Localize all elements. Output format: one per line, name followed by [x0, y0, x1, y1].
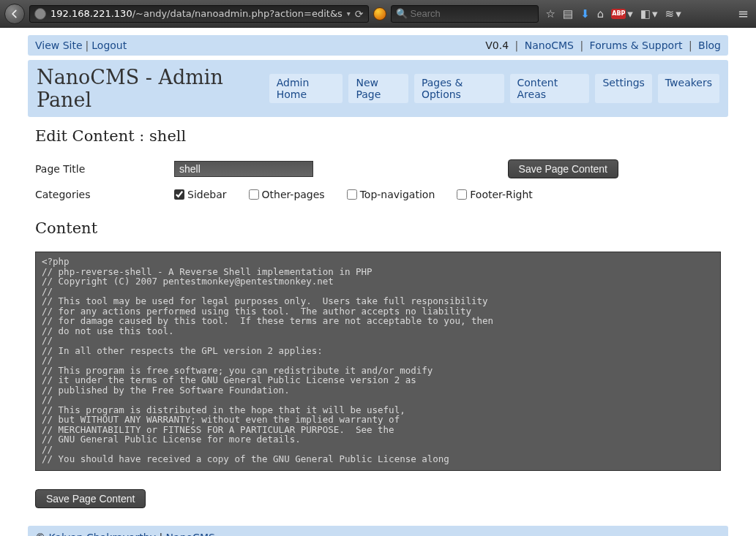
admin-nav: Admin HomeNew PagePages & OptionsContent…	[269, 74, 719, 103]
category-checkbox-other-pages[interactable]	[249, 189, 259, 200]
star-icon[interactable]: ☆	[546, 7, 555, 20]
nav-tab-content-areas[interactable]: Content Areas	[510, 74, 590, 103]
save-button-top[interactable]: Save Page Content	[508, 159, 618, 178]
author-link[interactable]: Kalyan Chakravarthy	[48, 532, 156, 536]
categories-row: Categories SidebarOther-pagesTop-navigat…	[35, 189, 721, 200]
category-label: Top-navigation	[360, 189, 435, 200]
footer: © Kalyan Chakravarthy | NanoCMS	[28, 526, 728, 536]
top-link-bar: View Site | Logout V0.4 | NanoCMS | Foru…	[28, 35, 728, 56]
save-button-bottom[interactable]: Save Page Content	[35, 489, 146, 508]
addon-icon[interactable]: ◧▾	[640, 7, 658, 20]
nav-tab-new-page[interactable]: New Page	[348, 74, 408, 103]
reload-icon[interactable]: ⟳	[355, 8, 364, 20]
content-textarea[interactable]	[35, 252, 721, 471]
toolbar-right: ☆ ▤ ⬇ ⌂ ABP▾ ◧▾ ≋▾	[546, 7, 681, 20]
content-heading: Content	[35, 219, 721, 237]
categories-label: Categories	[35, 189, 174, 200]
page-body: View Site | Logout V0.4 | NanoCMS | Foru…	[0, 28, 756, 536]
category-checkbox-footer-right[interactable]	[457, 189, 467, 200]
category-footer-right[interactable]: Footer-Right	[457, 189, 533, 200]
abp-icon[interactable]: ABP▾	[611, 7, 633, 20]
home-icon[interactable]: ⌂	[597, 7, 605, 20]
chevron-down-icon[interactable]: ▾	[347, 10, 351, 18]
category-top-navigation[interactable]: Top-navigation	[347, 189, 435, 200]
blog-link[interactable]: Blog	[698, 39, 721, 51]
download-icon[interactable]: ⬇	[580, 7, 590, 20]
globe-icon	[34, 8, 46, 20]
url-bar[interactable]: 192.168.221.130/~andy/data/nanoadmin.php…	[29, 5, 369, 23]
tools-icon[interactable]: ≋▾	[665, 7, 681, 20]
category-label: Other-pages	[262, 189, 325, 200]
nav-tab-tweakers[interactable]: Tweakers	[658, 74, 719, 103]
category-checkbox-top-navigation[interactable]	[347, 189, 357, 200]
url-text: 192.168.221.130/~andy/data/nanoadmin.php…	[50, 8, 343, 19]
library-icon[interactable]: ▤	[563, 7, 573, 20]
page-title-label: Page Title	[35, 163, 174, 175]
nanocms-link[interactable]: NanoCMS	[525, 39, 574, 51]
copyright-symbol: ©	[35, 532, 45, 536]
menu-icon[interactable]: ≡	[738, 6, 749, 21]
main-content: Edit Content : shell Page Title Save Pag…	[28, 117, 728, 508]
back-button[interactable]	[4, 4, 25, 24]
browser-toolbar: 192.168.221.130/~andy/data/nanoadmin.php…	[0, 0, 756, 28]
category-list: SidebarOther-pagesTop-navigationFooter-R…	[174, 189, 533, 200]
separator: |	[83, 39, 92, 51]
page-title-input[interactable]	[174, 161, 313, 177]
search-icon: 🔍	[396, 8, 408, 19]
edit-heading: Edit Content : shell	[35, 127, 721, 145]
search-input[interactable]	[411, 8, 534, 19]
top-right-links: V0.4 | NanoCMS | Forums & Support | Blog	[485, 39, 721, 51]
view-site-link[interactable]: View Site	[35, 39, 83, 51]
nav-tab-settings[interactable]: Settings	[595, 74, 651, 103]
nav-tab-admin-home[interactable]: Admin Home	[269, 74, 343, 103]
nav-tab-pages-options[interactable]: Pages & Options	[414, 74, 504, 103]
version-label: V0.4	[485, 39, 509, 51]
header: NanoCMS - Admin Panel Admin HomeNew Page…	[28, 60, 728, 117]
logout-link[interactable]: Logout	[91, 39, 127, 51]
product-link[interactable]: NanoCMS	[166, 532, 215, 536]
page-title: NanoCMS - Admin Panel	[37, 66, 269, 111]
category-label: Sidebar	[187, 189, 227, 200]
category-sidebar[interactable]: Sidebar	[174, 189, 227, 200]
search-bar[interactable]: 🔍	[391, 5, 539, 23]
category-checkbox-sidebar[interactable]	[174, 189, 184, 200]
page-title-row: Page Title Save Page Content	[35, 159, 721, 178]
category-label: Footer-Right	[470, 189, 533, 200]
category-other-pages[interactable]: Other-pages	[249, 189, 325, 200]
forums-link[interactable]: Forums & Support	[590, 39, 683, 51]
firebug-icon[interactable]	[373, 7, 386, 20]
